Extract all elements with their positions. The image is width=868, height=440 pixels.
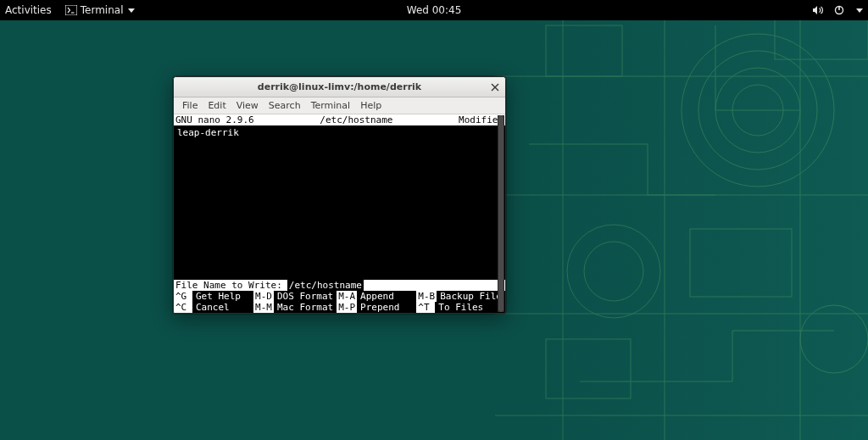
nano-write-prompt[interactable]: File Name to Write: /etc/hostname	[174, 280, 505, 291]
terminal-menubar: File Edit View Search Terminal Help	[174, 97, 505, 114]
svg-rect-7	[546, 25, 622, 76]
volume-icon[interactable]	[812, 5, 824, 15]
nano-header: GNU nano 2.9.6 /etc/hostname Modified	[174, 114, 505, 125]
sc-to-files: ^T To Files	[416, 302, 505, 313]
menu-edit[interactable]: Edit	[203, 98, 231, 113]
nano-filename: /etc/hostname	[254, 114, 459, 125]
active-app-menu[interactable]: Terminal	[60, 3, 141, 18]
clock[interactable]: Wed 00:45	[407, 4, 462, 16]
active-app-label: Terminal	[81, 4, 124, 16]
terminal-icon	[65, 5, 77, 15]
menu-terminal[interactable]: Terminal	[306, 98, 356, 113]
sc-mac-format: M-M Mac Format	[253, 302, 337, 313]
menu-file[interactable]: File	[177, 98, 203, 113]
nano-shortcuts: ^G Get Help M-D DOS Format M-A Append M-…	[174, 291, 505, 313]
svg-point-4	[567, 225, 660, 318]
sc-cancel: ^C Cancel	[174, 302, 253, 313]
terminal-scrollbar[interactable]	[498, 115, 504, 312]
sc-dos-format: M-D DOS Format	[253, 291, 337, 302]
chevron-down-icon	[128, 8, 135, 13]
gnome-top-bar: Activities Terminal Wed 00:45	[0, 0, 868, 20]
svg-point-5	[584, 242, 643, 301]
menu-help[interactable]: Help	[355, 98, 387, 113]
activities-button[interactable]: Activities	[5, 4, 52, 16]
sc-append: M-A Append	[337, 291, 416, 302]
sc-get-help: ^G Get Help	[174, 291, 253, 302]
svg-rect-9	[546, 339, 631, 398]
scrollbar-thumb[interactable]	[498, 115, 504, 312]
svg-rect-8	[690, 229, 792, 297]
window-close-button[interactable]	[488, 81, 502, 94]
nano-buffer[interactable]: leap-derrik	[174, 125, 505, 280]
menu-view[interactable]: View	[231, 98, 264, 113]
window-titlebar[interactable]: derrik@linux-limv:/home/derrik	[174, 77, 505, 97]
close-icon	[491, 83, 499, 92]
prompt-label: File Name to Write:	[174, 280, 284, 291]
terminal-window: derrik@linux-limv:/home/derrik File Edit…	[173, 76, 506, 314]
prompt-value[interactable]: /etc/hostname	[287, 280, 364, 291]
menu-search[interactable]: Search	[264, 98, 306, 113]
sc-backup-file: M-B Backup File	[416, 291, 505, 302]
svg-point-6	[800, 305, 868, 373]
prompt-fill	[364, 280, 505, 291]
window-title: derrik@linux-limv:/home/derrik	[258, 81, 421, 92]
system-menu-chevron-icon[interactable]	[856, 8, 863, 13]
buffer-line: leap-derrik	[177, 127, 502, 138]
svg-rect-19	[65, 5, 77, 15]
sc-prepend: M-P Prepend	[337, 302, 416, 313]
power-icon[interactable]	[834, 5, 844, 15]
terminal-content[interactable]: GNU nano 2.9.6 /etc/hostname Modified le…	[174, 114, 505, 313]
